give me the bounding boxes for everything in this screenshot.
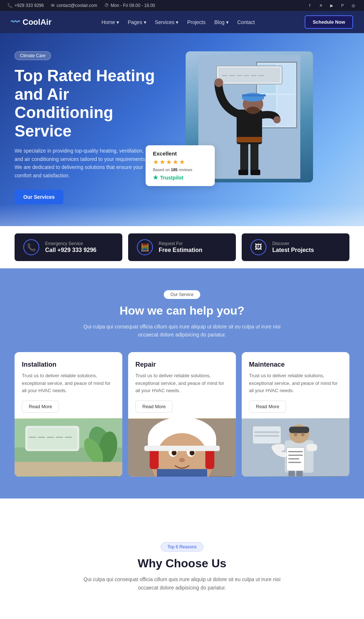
- svg-rect-34: [56, 437, 63, 438]
- phone-circle-icon: 📞: [23, 239, 39, 255]
- phone-info: 📞 +929 333 9296: [7, 3, 44, 8]
- svg-rect-13: [258, 75, 264, 76]
- quick-card-emergency[interactable]: 📞 Emergency Service Call +929 333 9296: [15, 233, 122, 261]
- svg-rect-10: [237, 75, 242, 76]
- nav-home[interactable]: Home ▾: [102, 19, 119, 25]
- service-card-img-maintenance: [242, 418, 349, 477]
- service-card-title-installation: Installation: [22, 361, 115, 368]
- nav-pages[interactable]: Pages ▾: [128, 19, 146, 25]
- read-more-maintenance[interactable]: Read More: [249, 401, 286, 413]
- svg-rect-70: [288, 471, 295, 476]
- quick-estimation-label: Request For: [159, 241, 202, 246]
- service-card-maintenance: Maintenace Trust us to deliver reliable …: [242, 352, 349, 477]
- services-header: Our Service How we can help you? Qui cul…: [15, 290, 349, 339]
- nav-projects[interactable]: Projects: [187, 19, 206, 25]
- email-info: ✉ contact@coolair.com: [51, 3, 97, 8]
- svg-rect-33: [47, 437, 54, 438]
- nav-links: Home ▾ Pages ▾ Services ▾ Projects Blog …: [102, 19, 255, 25]
- trustpilot-logo: ★ Trustpilot: [153, 174, 207, 181]
- svg-rect-60: [288, 455, 302, 456]
- services-description: Qui culpa qui consequat officia cillum q…: [76, 323, 288, 339]
- service-card-desc-repair: Trust us to deliver reliable solutions, …: [135, 372, 229, 395]
- nav-contact[interactable]: Contact: [237, 19, 255, 25]
- top-bar-contact: 📞 +929 333 9296 ✉ contact@coolair.com ⏱ …: [7, 3, 155, 8]
- youtube-icon[interactable]: ▶: [328, 2, 335, 9]
- logo[interactable]: 〰 CoolAir: [11, 17, 51, 27]
- email-icon: ✉: [51, 3, 55, 8]
- svg-point-47: [171, 450, 177, 456]
- svg-rect-9: [229, 75, 235, 76]
- facebook-icon[interactable]: f: [306, 2, 313, 9]
- svg-rect-7: [218, 68, 280, 82]
- svg-rect-30: [27, 428, 78, 449]
- hero-title: Top Rated Heating and Air Conditioning S…: [15, 67, 167, 140]
- service-card-title-maintenance: Maintenace: [249, 361, 342, 368]
- why-description: Qui culpa qui consequat officia cillum q…: [76, 575, 288, 592]
- read-more-repair[interactable]: Read More: [135, 401, 173, 413]
- twitter-x-icon[interactable]: ✕: [317, 2, 324, 9]
- navbar: 〰 CoolAir Home ▾ Pages ▾ Services ▾ Proj…: [0, 11, 364, 33]
- svg-rect-14: [240, 142, 248, 171]
- svg-rect-21: [242, 94, 266, 96]
- hero-cta-button[interactable]: Our Services: [15, 190, 63, 204]
- service-card-img-repair: [128, 418, 236, 477]
- svg-rect-71: [296, 471, 303, 476]
- social-links: f ✕ ▶ P ◎: [306, 2, 357, 9]
- hero-description: We specialize in providing top-quality h…: [15, 147, 153, 180]
- why-section: Top 6 Reasons Why Choose Us Qui culpa qu…: [0, 498, 364, 619]
- logo-waves-icon: 〰: [11, 17, 20, 27]
- svg-rect-31: [29, 437, 36, 438]
- svg-rect-62: [288, 462, 301, 463]
- pinterest-icon[interactable]: P: [339, 2, 346, 9]
- nav-services[interactable]: Services ▾: [155, 19, 179, 25]
- quick-projects-value: Latest Projects: [272, 247, 314, 253]
- service-card-body-repair: Repair Trust us to deliver reliable solu…: [128, 352, 236, 418]
- quick-estimation-value: Free Estimation: [159, 247, 202, 253]
- quick-emergency-value: Call +929 333 9296: [45, 247, 96, 253]
- svg-rect-25: [238, 170, 248, 175]
- schedule-button[interactable]: Schedule Now: [305, 15, 353, 29]
- service-card-body-maintenance: Maintenace Trust us to deliver reliable …: [242, 352, 349, 418]
- why-header: Top 6 Reasons Why Choose Us Qui culpa qu…: [15, 520, 349, 619]
- service-cards-container: Installation Trust us to deliver reliabl…: [15, 352, 349, 477]
- svg-point-49: [179, 458, 185, 462]
- quick-card-estimation[interactable]: 🧮 Request For Free Estimation: [128, 233, 236, 261]
- svg-rect-57: [306, 444, 317, 451]
- svg-point-22: [246, 107, 260, 114]
- svg-rect-12: [251, 75, 257, 76]
- svg-rect-15: [250, 142, 258, 171]
- quick-emergency-label: Emergency Service: [45, 241, 96, 246]
- logo-text: CoolAir: [23, 17, 51, 27]
- service-card-desc-installation: Trust us to deliver reliable solutions, …: [22, 372, 115, 395]
- svg-rect-8: [222, 75, 228, 76]
- svg-rect-53: [144, 446, 219, 451]
- nav-blog[interactable]: Blog ▾: [214, 19, 229, 25]
- trustpilot-reviews: Based on 185 reviews: [153, 167, 207, 172]
- hero-badge: Climate Care: [15, 51, 51, 60]
- svg-rect-52: [157, 469, 207, 477]
- services-title: How we can help you?: [15, 304, 349, 318]
- svg-rect-68: [254, 431, 280, 433]
- trustpilot-stars: ★★★★★: [153, 158, 207, 166]
- quick-card-projects[interactable]: 🖼 Discover Latest Projects: [242, 233, 349, 261]
- svg-rect-61: [288, 458, 299, 460]
- trustpilot-rating: Excellent: [153, 150, 207, 157]
- svg-rect-69: [254, 435, 280, 437]
- quick-emergency-text: Emergency Service Call +929 333 9296: [45, 241, 96, 253]
- service-card-repair: Repair Trust us to deliver reliable solu…: [128, 352, 236, 477]
- hours-info: ⏱ Mon - Fri 08.00 - 18.00: [104, 3, 155, 8]
- quick-links-bar: 📞 Emergency Service Call +929 333 9296 🧮…: [0, 226, 364, 268]
- svg-rect-39: [15, 462, 122, 476]
- svg-rect-35: [65, 437, 72, 438]
- svg-rect-32: [38, 437, 45, 438]
- image-icon: 🖼: [250, 239, 266, 255]
- read-more-installation[interactable]: Read More: [22, 401, 59, 413]
- instagram-icon[interactable]: ◎: [350, 2, 357, 9]
- service-card-img-installation: [15, 418, 122, 477]
- svg-rect-11: [244, 75, 249, 76]
- svg-rect-17: [237, 137, 262, 142]
- quick-estimation-text: Request For Free Estimation: [159, 241, 202, 253]
- trustpilot-card: Excellent ★★★★★ Based on 185 reviews ★ T…: [146, 145, 215, 186]
- svg-point-65: [294, 433, 297, 437]
- quick-projects-label: Discover: [272, 241, 314, 246]
